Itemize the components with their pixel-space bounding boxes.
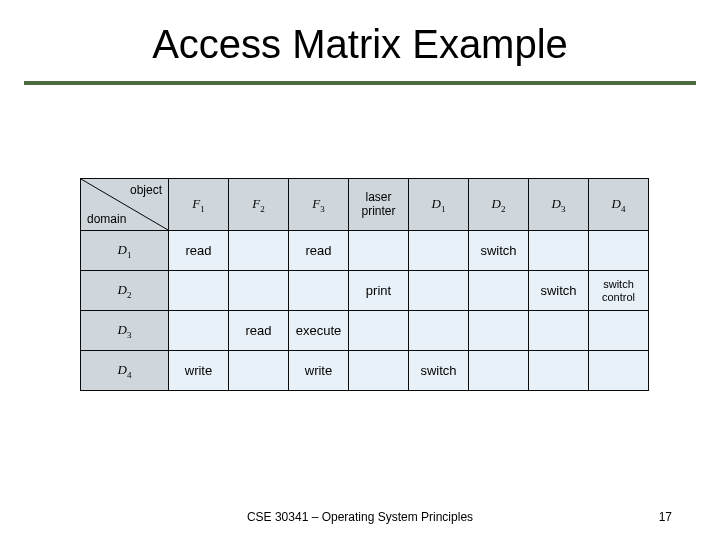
cell-D1-D3 xyxy=(529,231,589,271)
cell-D2-F2 xyxy=(229,271,289,311)
cell-D3-D2 xyxy=(469,311,529,351)
cell-D3-LP xyxy=(349,311,409,351)
corner-cell: object domain xyxy=(81,179,169,231)
col-D2: D2 xyxy=(469,179,529,231)
cell-D1-D1 xyxy=(409,231,469,271)
row-hdr-D4: D4 xyxy=(81,351,169,391)
cell-D3-D4 xyxy=(589,311,649,351)
col-F3: F3 xyxy=(289,179,349,231)
slide: Access Matrix Example object domain F1 F… xyxy=(0,0,720,540)
matrix-table: object domain F1 F2 F3 laser printer D1 … xyxy=(80,178,649,391)
cell-D4-D2 xyxy=(469,351,529,391)
corner-object-label: object xyxy=(130,183,162,197)
title-rule xyxy=(24,81,696,85)
row-D4: D4 write write switch xyxy=(81,351,649,391)
corner-domain-label: domain xyxy=(87,212,126,226)
cell-D3-D3 xyxy=(529,311,589,351)
cell-D4-F3: write xyxy=(289,351,349,391)
cell-D4-D3 xyxy=(529,351,589,391)
row-hdr-D2: D2 xyxy=(81,271,169,311)
cell-D2-D3: switch xyxy=(529,271,589,311)
cell-D3-D1 xyxy=(409,311,469,351)
cell-D1-F3: read xyxy=(289,231,349,271)
cell-D1-LP xyxy=(349,231,409,271)
row-D3: D3 read execute xyxy=(81,311,649,351)
cell-D4-F1: write xyxy=(169,351,229,391)
cell-D2-F1 xyxy=(169,271,229,311)
cell-D1-D2: switch xyxy=(469,231,529,271)
row-hdr-D3: D3 xyxy=(81,311,169,351)
row-D2: D2 print switch switch control xyxy=(81,271,649,311)
cell-D1-F2 xyxy=(229,231,289,271)
cell-D4-D4 xyxy=(589,351,649,391)
cell-D2-D2 xyxy=(469,271,529,311)
cell-D2-D4: switch control xyxy=(589,271,649,311)
cell-D2-F3 xyxy=(289,271,349,311)
cell-D2-D1 xyxy=(409,271,469,311)
col-F1: F1 xyxy=(169,179,229,231)
cell-D2-LP: print xyxy=(349,271,409,311)
col-D3: D3 xyxy=(529,179,589,231)
cell-D3-F3: execute xyxy=(289,311,349,351)
page-title: Access Matrix Example xyxy=(0,22,720,81)
cell-D3-F2: read xyxy=(229,311,289,351)
col-D4: D4 xyxy=(589,179,649,231)
footer-page: 17 xyxy=(659,510,672,524)
cell-D4-D1: switch xyxy=(409,351,469,391)
cell-D4-F2 xyxy=(229,351,289,391)
col-laser-printer: laser printer xyxy=(349,179,409,231)
cell-D4-LP xyxy=(349,351,409,391)
cell-D3-F1 xyxy=(169,311,229,351)
cell-D1-D4 xyxy=(589,231,649,271)
col-D1: D1 xyxy=(409,179,469,231)
cell-D1-F1: read xyxy=(169,231,229,271)
access-matrix: object domain F1 F2 F3 laser printer D1 … xyxy=(80,178,646,391)
footer-course: CSE 30341 – Operating System Principles xyxy=(0,510,720,524)
row-D1: D1 read read switch xyxy=(81,231,649,271)
col-F2: F2 xyxy=(229,179,289,231)
header-row: object domain F1 F2 F3 laser printer D1 … xyxy=(81,179,649,231)
row-hdr-D1: D1 xyxy=(81,231,169,271)
